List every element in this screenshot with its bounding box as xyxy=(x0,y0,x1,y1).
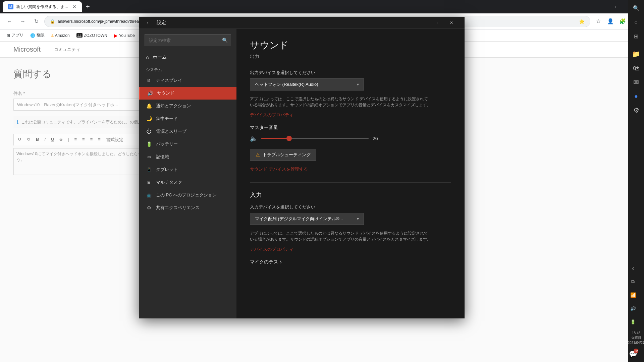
settings-body: 🔍 ⌂ ホーム システム 🖥 ディスプレイ 🔊 サウンド 🔔 通知とアクション … xyxy=(139,29,465,318)
nav-item-power[interactable]: ⏻ 電源とスリープ xyxy=(139,125,236,138)
output-device-label: 出力デバイスを選択してください xyxy=(250,70,451,76)
clock-time: 18:48 xyxy=(632,331,640,335)
chevron-icon: ‹ xyxy=(632,264,634,272)
editor-btn-strikethrough[interactable]: S xyxy=(57,136,64,143)
extensions-icon[interactable]: 🧩 xyxy=(617,16,628,27)
nav-item-shared[interactable]: ⚙ 共有エクスペリエンス xyxy=(139,201,236,214)
editor-btn-undo[interactable]: ↺ xyxy=(16,136,23,143)
settings-back-btn[interactable]: ← xyxy=(145,18,153,27)
nav-item-storage[interactable]: ▭ 記憶域 xyxy=(139,150,236,163)
taskbar-notification-btn[interactable]: 💬 22 xyxy=(626,347,640,361)
settings-maximize-btn[interactable]: □ xyxy=(428,18,444,28)
taskbar-chevron-btn[interactable]: ‹ xyxy=(626,261,640,275)
editor-btn-underline[interactable]: U xyxy=(49,136,56,143)
nav-item-focus[interactable]: 🌙 集中モード xyxy=(139,112,236,125)
bookmark-icon[interactable]: ☆ xyxy=(593,16,604,27)
manage-devices-link[interactable]: サウンド デバイスを管理する xyxy=(250,166,451,172)
browser-maximize-btn[interactable]: □ xyxy=(609,1,625,12)
home-icon: ⌂ xyxy=(146,55,149,60)
taskbar-store-btn[interactable]: 🛍 xyxy=(630,61,643,75)
taskbar-taskview-btn[interactable]: ⧉ xyxy=(626,275,640,288)
nav-item-multitask[interactable]: ⊞ マルチタスク xyxy=(139,176,236,189)
bookmark-youtube[interactable]: ▶ YouTube xyxy=(111,32,138,40)
input-info-text: アプリによっては、ここで選択したものとは異なるサウンド デバイスを使用するように… xyxy=(250,230,431,242)
editor-btn-bold[interactable]: B xyxy=(34,136,41,143)
troubleshoot-label: トラブルシューティング xyxy=(263,152,311,158)
nav-display-label: ディスプレイ xyxy=(156,77,182,83)
taskbar-grid-btn[interactable]: ⊞ xyxy=(630,29,643,43)
nav-item-display[interactable]: 🖥 ディスプレイ xyxy=(139,74,236,87)
nav-item-notifications[interactable]: 🔔 通知とアクション xyxy=(139,100,236,112)
settings-close-btn[interactable]: ✕ xyxy=(444,18,459,28)
nav-focus-label: 集中モード xyxy=(156,116,178,122)
taskbar-chrome-btn[interactable]: ● xyxy=(630,89,643,103)
nav-home-item[interactable]: ⌂ ホーム xyxy=(139,52,236,63)
nav-power-label: 電源とスリープ xyxy=(156,128,186,134)
bookmark-amazon[interactable]: a Amazon xyxy=(49,32,72,39)
bookmark-translate[interactable]: 🌐 翻訳 xyxy=(28,31,47,40)
bookmark-apps-label: アプリ xyxy=(11,33,23,38)
editor-btn-align-center[interactable]: ≡ xyxy=(80,136,87,143)
settings-minimize-btn[interactable]: — xyxy=(413,18,428,28)
nav-item-sound[interactable]: 🔊 サウンド xyxy=(139,87,236,100)
taskbar-settings-btn[interactable]: ⚙ xyxy=(630,104,643,117)
new-tab-btn[interactable]: + xyxy=(83,3,93,11)
warning-icon: ⚠ xyxy=(256,152,260,158)
clock-area[interactable]: 18:48 火曜日 2021/04/27 xyxy=(626,328,644,347)
volume-value: 26 xyxy=(373,136,383,141)
output-device-props-link[interactable]: デバイスのプロパティ xyxy=(250,112,451,118)
account-icon[interactable]: 👤 xyxy=(605,16,616,27)
input-device-dropdown[interactable]: マイク配列 (デジタルマイク向けインテル®... ▾ xyxy=(250,213,364,225)
active-tab[interactable]: M 新しい質問を作成する、またはディス... ✕ xyxy=(3,1,82,12)
taskbar-sep-1 xyxy=(632,45,641,45)
bookmark-zozo-label: ZOZOTOWN xyxy=(84,33,107,38)
input-dropdown-arrow-icon: ▾ xyxy=(357,217,359,221)
refresh-btn[interactable]: ↻ xyxy=(31,16,42,27)
browser-minimize-btn[interactable]: — xyxy=(592,1,608,12)
shared-icon: ⚙ xyxy=(146,205,152,211)
tablet-icon: 📱 xyxy=(146,167,152,173)
editor-btn-align-justify[interactable]: ≡ xyxy=(96,136,103,143)
editor-btn-align-left[interactable]: ≡ xyxy=(72,136,79,143)
taskbar-folder-btn[interactable]: 📁 xyxy=(630,47,643,61)
settings-search-input[interactable] xyxy=(145,34,231,46)
nav-item-battery[interactable]: 🔋 バッテリー xyxy=(139,138,236,150)
taskbar-circle-btn[interactable]: ○ xyxy=(630,15,643,29)
taskbar-battery-btn[interactable]: 🔋 xyxy=(626,315,640,328)
taskbar-volume-btn[interactable]: 🔊 xyxy=(626,302,640,315)
volume-slider-track[interactable] xyxy=(261,138,369,139)
taskbar-store-icon: 🛍 xyxy=(633,64,640,72)
notifications-icon: 🔔 xyxy=(146,103,152,109)
editor-btn-font-size[interactable]: 書式設定 xyxy=(104,136,125,143)
nav-item-project[interactable]: 📺 この PC へのプロジェクション xyxy=(139,189,236,201)
clock-weekday: 火曜日 xyxy=(631,336,641,340)
input-device-props-link[interactable]: デバイスのプロパティ xyxy=(250,246,451,252)
taskbar: 🔍 ○ ⊞ 📁 🛍 ✉ ● ⚙ ‹ ⧉ 📶 🔊 🔋 xyxy=(628,0,644,362)
editor-btn-divider1: | xyxy=(66,136,71,143)
bookmark-apps[interactable]: ⊞ アプリ xyxy=(4,31,26,40)
taskbar-wifi-btn[interactable]: 📶 xyxy=(626,288,640,302)
taskbar-mail-btn[interactable]: ✉ xyxy=(630,75,643,89)
settings-titlebar: ← 設定 — □ ✕ xyxy=(139,17,465,29)
output-device-dropdown[interactable]: ヘッドフォン (Realtek(R) Audio) ▾ xyxy=(250,78,364,90)
volume-slider-thumb[interactable] xyxy=(286,136,292,141)
editor-btn-align-right[interactable]: ≡ xyxy=(88,136,95,143)
tab-bar: M 新しい質問を作成する、またはディス... ✕ + xyxy=(3,0,93,13)
settings-win-controls: — □ ✕ xyxy=(413,18,459,28)
nav-storage-label: 記憶域 xyxy=(156,154,169,160)
taskbar-search-btn[interactable]: 🔍 xyxy=(630,1,643,15)
taskview-icon: ⧉ xyxy=(631,279,635,285)
taskbar-chrome-icon: ● xyxy=(634,93,638,100)
bookmark-youtube-label: YouTube xyxy=(119,33,135,38)
bookmark-zozotown[interactable]: ZZ ZOZOTOWN xyxy=(74,32,110,39)
volume-slider-fill xyxy=(261,138,289,139)
editor-btn-redo[interactable]: ↻ xyxy=(25,136,33,143)
search-icon: 🔍 xyxy=(222,38,228,43)
tab-close-btn[interactable]: ✕ xyxy=(72,4,76,9)
back-btn[interactable]: ← xyxy=(4,16,15,27)
editor-btn-italic[interactable]: I xyxy=(42,136,48,143)
forward-btn[interactable]: → xyxy=(17,16,28,27)
troubleshoot-btn[interactable]: ⚠ トラブルシューティング xyxy=(250,149,316,161)
nav-item-tablet[interactable]: 📱 タブレット xyxy=(139,163,236,176)
taskbar-search-icon: 🔍 xyxy=(633,5,640,11)
